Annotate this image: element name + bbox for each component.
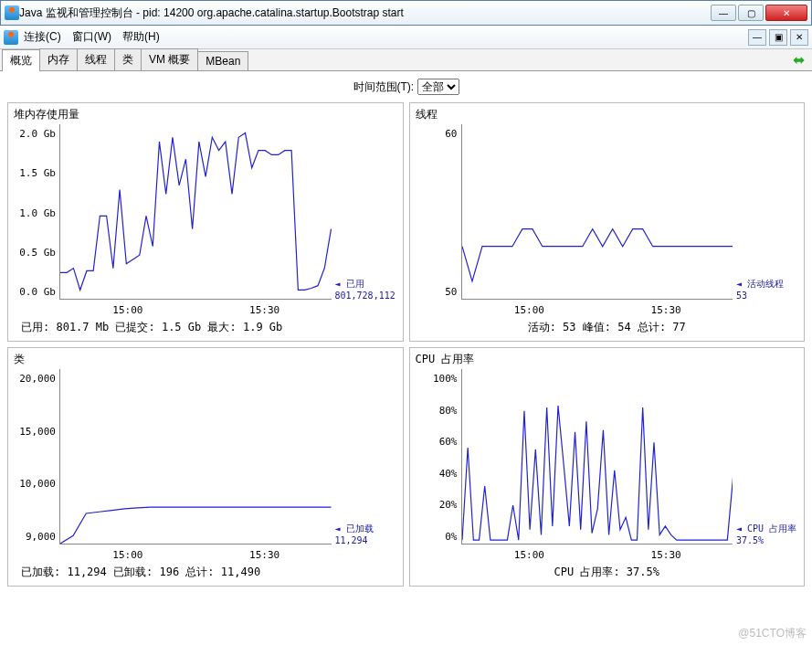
- classes-chart: [59, 369, 332, 545]
- menu-help[interactable]: 帮助(H): [117, 27, 165, 47]
- panel-classes: 类 20,00015,00010,0009,000 ◄ 已加载11,294 15…: [7, 347, 404, 587]
- classes-xaxis: 15:0015:30: [59, 549, 333, 561]
- threads-legend: ◄ 活动线程53: [733, 124, 798, 316]
- tab-threads[interactable]: 线程: [77, 48, 115, 70]
- window-titlebar: Java 监视和管理控制台 - pid: 14200 org.apache.ca…: [0, 0, 812, 26]
- time-range-label: 时间范围(T):: [353, 80, 415, 93]
- heap-legend: ◄ 已用801,728,112: [332, 124, 397, 316]
- java-icon: [5, 5, 19, 20]
- classes-yaxis: 20,00015,00010,0009,000: [14, 369, 59, 561]
- threads-chart: [461, 124, 733, 300]
- inner-close-button[interactable]: ✕: [790, 29, 808, 46]
- panel-cpu-title: CPU 占用率: [416, 352, 799, 367]
- cpu-stats: CPU 占用率: 37.5%: [416, 561, 799, 580]
- panel-classes-title: 类: [14, 352, 397, 367]
- tab-memory[interactable]: 内存: [39, 48, 78, 70]
- heap-chart: [59, 124, 332, 300]
- cpu-legend: ◄ CPU 占用率37.5%: [733, 369, 798, 561]
- tab-vm-summary[interactable]: VM 概要: [141, 48, 198, 70]
- panel-cpu: CPU 占用率 100%80%60%40%20%0% ◄ CPU 占用率37.5…: [409, 347, 806, 587]
- connection-status-icon: ⬌: [793, 51, 805, 69]
- panel-threads-title: 线程: [416, 107, 799, 122]
- classes-legend: ◄ 已加载11,294: [332, 369, 397, 561]
- tab-bar: 概览 内存 线程 类 VM 概要 MBean ⬌: [0, 49, 812, 71]
- window-title: Java 监视和管理控制台 - pid: 14200 org.apache.ca…: [19, 5, 711, 21]
- panel-heap: 堆内存使用量 2.0 Gb1.5 Gb1.0 Gb0.5 Gb0.0 Gb ◄ …: [7, 102, 404, 342]
- panel-threads: 线程 6050 ◄ 活动线程53 15:0015:30 活动: 53 峰值: 5…: [409, 102, 806, 342]
- minimize-button[interactable]: —: [711, 5, 736, 21]
- java-icon: [4, 30, 18, 45]
- time-range-select[interactable]: 全部: [417, 79, 459, 95]
- heap-yaxis: 2.0 Gb1.5 Gb1.0 Gb0.5 Gb0.0 Gb: [14, 124, 59, 316]
- heap-stats: 已用: 801.7 Mb 已提交: 1.5 Gb 最大: 1.9 Gb: [14, 316, 397, 335]
- threads-stats: 活动: 53 峰值: 54 总计: 77: [416, 316, 799, 335]
- cpu-chart: [461, 369, 733, 545]
- threads-yaxis: 6050: [416, 124, 461, 316]
- menu-bar: 连接(C) 窗口(W) 帮助(H) — ▣ ✕: [0, 26, 812, 49]
- inner-restore-button[interactable]: ▣: [769, 29, 787, 46]
- panel-heap-title: 堆内存使用量: [14, 107, 397, 122]
- heap-xaxis: 15:0015:30: [59, 304, 333, 316]
- threads-xaxis: 15:0015:30: [461, 304, 735, 316]
- tab-overview[interactable]: 概览: [2, 49, 40, 71]
- tab-mbeans[interactable]: MBean: [197, 51, 248, 70]
- maximize-button[interactable]: ▢: [738, 5, 764, 21]
- cpu-yaxis: 100%80%60%40%20%0%: [416, 369, 461, 561]
- classes-stats: 已加载: 11,294 已卸载: 196 总计: 11,490: [14, 561, 397, 580]
- close-button[interactable]: ✕: [765, 5, 807, 21]
- time-range-bar: 时间范围(T): 全部: [0, 71, 812, 102]
- menu-connect[interactable]: 连接(C): [18, 27, 67, 47]
- inner-minimize-button[interactable]: —: [748, 29, 766, 46]
- menu-window[interactable]: 窗口(W): [67, 27, 117, 47]
- cpu-xaxis: 15:0015:30: [461, 549, 735, 561]
- tab-classes[interactable]: 类: [114, 48, 142, 70]
